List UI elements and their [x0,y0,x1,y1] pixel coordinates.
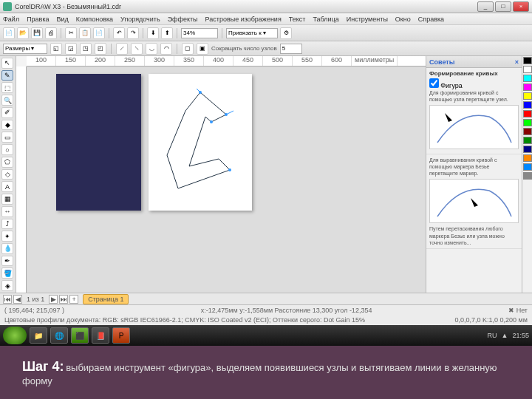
swatch[interactable] [523,172,532,180]
crop-tool-icon[interactable]: ⬚ [1,82,13,93]
import-icon[interactable]: ⬇ [147,27,159,39]
outline-tool-icon[interactable]: ✒ [1,256,13,267]
close-button[interactable]: × [513,1,529,12]
prop-icon[interactable]: ◡ [146,43,157,55]
interactive-fill-icon[interactable]: ◈ [1,280,13,291]
menu-bitmaps[interactable]: Растровые изображения [205,16,282,23]
swatch[interactable] [523,101,532,109]
prop-icon[interactable]: ▢ [182,43,194,55]
polygon-tool-icon[interactable]: ⬠ [1,157,13,168]
task-app-icon[interactable]: ⬛ [71,327,89,344]
canvas-area: 100 150 200 250 300 350 400 450 500 550 … [16,56,426,293]
snap-dropdown[interactable]: Привязать к ▾ [226,28,278,38]
minimize-button[interactable]: _ [477,1,494,12]
prev-page-icon[interactable]: ◀ [13,295,22,304]
preset-dropdown[interactable]: Размеры ▾ [3,44,47,54]
swatch[interactable] [523,110,532,117]
last-page-icon[interactable]: ⏭ [59,295,68,304]
reduce-value[interactable]: 5 [280,44,302,54]
options-icon[interactable]: ⚙ [280,27,292,39]
canvas[interactable] [27,66,426,293]
zoom-tool-icon[interactable]: 🔍 [1,95,13,106]
menu-text[interactable]: Текст [289,16,306,23]
new-icon[interactable]: 📄 [3,27,15,39]
prop-icon[interactable]: ◲ [65,43,77,55]
export-icon[interactable]: ⬆ [161,27,173,39]
swatch[interactable] [523,154,532,162]
page-tabs: ⏮ ◀ 1 из 1 ▶ ⏭ + Страница 1 [0,293,532,304]
task-app-icon[interactable]: 📕 [92,327,109,344]
swatch[interactable] [523,83,532,91]
editable-curve[interactable] [160,89,241,200]
tray-icon[interactable]: ▲ [502,332,508,339]
swatch[interactable] [523,137,532,144]
start-button[interactable] [3,327,27,344]
swatch[interactable] [523,163,532,171]
undo-icon[interactable]: ↶ [113,27,125,39]
prop-icon[interactable]: ⟍ [131,43,143,55]
smart-fill-icon[interactable]: ◆ [1,120,13,131]
menu-edit[interactable]: Правка [27,16,49,23]
open-icon[interactable]: 📂 [17,27,29,39]
menu-table[interactable]: Таблица [313,16,338,23]
next-page-icon[interactable]: ▶ [49,295,58,304]
menu-layout[interactable]: Компоновка [76,16,113,23]
add-page-icon[interactable]: + [69,295,78,304]
prop-icon[interactable]: ◱ [50,43,62,55]
task-browser-icon[interactable]: 🌐 [50,327,68,344]
connector-tool-icon[interactable]: ⤴ [1,219,13,230]
lang-indicator[interactable]: RU [488,332,497,339]
shape-tool-icon[interactable]: ✎ [1,70,13,81]
menu-view[interactable]: Вид [57,16,69,23]
eyedropper-tool-icon[interactable]: 💧 [1,243,13,254]
cursor-coords: ( 195,464; 215,097 ) [4,307,64,314]
prop-icon[interactable]: ◰ [95,43,106,55]
page-tab-1[interactable]: Страница 1 [83,294,129,304]
docker-section-title: Формирование кривых [429,70,519,77]
swatch[interactable] [523,92,532,100]
freehand-tool-icon[interactable]: ✐ [1,107,13,118]
separator [109,28,109,38]
ellipse-tool-icon[interactable]: ○ [1,144,13,155]
text-tool-icon[interactable]: A [1,181,13,192]
prop-icon[interactable]: ◠ [160,43,172,55]
prop-icon[interactable]: ▣ [197,43,208,55]
pick-tool-icon[interactable]: ↖ [1,58,13,69]
menu-file[interactable]: Файл [3,16,19,23]
prop-icon[interactable]: ◳ [80,43,92,55]
task-ppt-icon[interactable]: P [112,327,130,344]
paste-icon[interactable]: 📄 [93,27,105,39]
copy-icon[interactable]: 📋 [79,27,91,39]
swatch[interactable] [523,128,532,135]
rectangle-tool-icon[interactable]: ▭ [1,132,13,143]
prop-icon[interactable]: ⟋ [116,43,128,55]
fill-tool-icon[interactable]: 🪣 [1,267,13,279]
first-page-icon[interactable]: ⏮ [3,295,12,304]
docker-close-icon[interactable]: × [515,58,519,66]
task-explorer-icon[interactable]: 📁 [30,327,47,344]
cut-icon[interactable]: ✂ [65,27,77,39]
artboard-2[interactable] [149,74,252,211]
swatch[interactable] [523,75,532,82]
menu-help[interactable]: Справка [418,16,444,23]
redo-icon[interactable]: ↷ [127,27,139,39]
swatch[interactable] [523,119,532,126]
menu-effects[interactable]: Эффекты [168,16,198,23]
swatch-black[interactable] [523,57,532,64]
dimension-tool-icon[interactable]: ↔ [1,206,13,217]
print-icon[interactable]: 🖨 [45,27,57,39]
shape-checkbox[interactable] [429,78,439,88]
swatch-white[interactable] [523,66,532,73]
maximize-button[interactable]: □ [495,1,511,12]
hint-text-2: Для выравнивания кривой с помощью маркер… [429,157,519,177]
basic-shapes-icon[interactable]: ◇ [1,169,13,180]
zoom-level[interactable]: 34% [181,28,218,38]
menu-window[interactable]: Окно [395,16,411,23]
menu-tools[interactable]: Инструменты [347,16,388,23]
save-icon[interactable]: 💾 [31,27,43,39]
swatch[interactable] [523,146,532,153]
artboard-1[interactable] [56,74,141,211]
effects-tool-icon[interactable]: ✦ [1,231,13,242]
menu-arrange[interactable]: Упорядочить [120,16,160,23]
table-tool-icon[interactable]: ▦ [1,194,13,205]
